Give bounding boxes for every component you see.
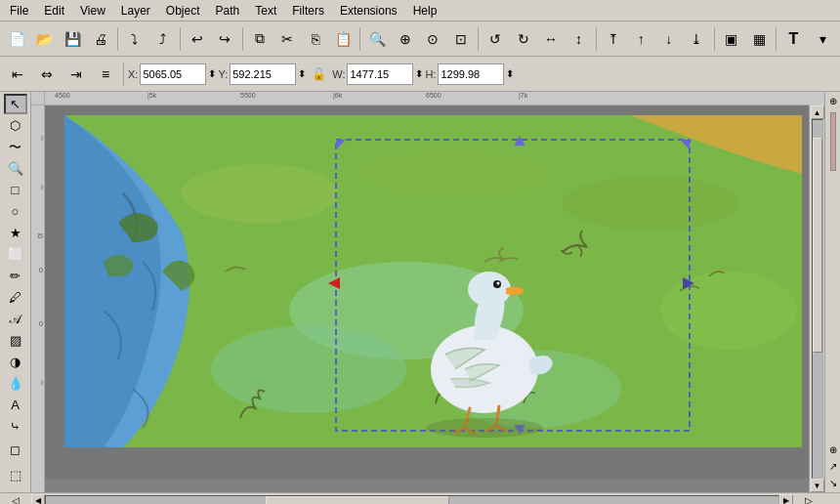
undo-button[interactable]: ↩ [185,25,210,53]
rotate-ccw-button[interactable]: ↺ [483,25,508,53]
pencil-tool[interactable]: ✏ [4,266,27,286]
menu-filters[interactable]: Filters [284,2,332,20]
circle-tool[interactable]: ○ [4,201,27,222]
ruler-mark-6k: |6k [333,92,342,99]
cut-button[interactable]: ✂ [274,25,300,53]
vertical-scrollbar: ▲ ▼ [809,105,824,492]
menu-layer[interactable]: Layer [113,2,158,20]
menu-text[interactable]: Text [247,2,284,20]
menu-path[interactable]: Path [208,2,248,20]
open-button[interactable]: 📂 [31,25,57,53]
h-label: H: [425,68,436,80]
y-label: Y: [218,68,228,80]
hscroll-expand-left[interactable]: ◁ [0,495,31,504]
new-button[interactable]: 📄 [4,25,29,53]
star-tool[interactable]: ★ [4,223,27,243]
lower-button[interactable]: ↓ [656,25,682,53]
pen-tool[interactable]: 🖊 [4,287,27,308]
align-center-button[interactable]: ⇔ [33,61,61,88]
h-coord-group: ⬍ [438,63,514,85]
hscroll-track[interactable] [45,495,779,505]
zoom-tool[interactable]: 🔍 [4,158,27,179]
gradient-tool[interactable]: ◑ [4,352,27,372]
lock-proportions-icon[interactable]: 🔓 [308,67,330,81]
vscroll-up-button[interactable]: ▲ [811,105,824,119]
copy-button[interactable]: ⎘ [302,25,327,53]
panel-bottom-btn2[interactable]: ↗ [827,459,839,474]
zoom-sel-button[interactable]: ⊙ [420,25,445,53]
raise-button[interactable]: ↑ [628,25,653,53]
h-spinner[interactable]: ⬍ [506,68,514,79]
print-button[interactable]: 🖨 [87,25,112,53]
tweak-tool[interactable]: 〜 [4,137,27,157]
sep6 [596,27,597,51]
y-spinner[interactable]: ⬍ [298,68,306,79]
panel-bottom-btn3[interactable]: ↘ [827,476,839,490]
hscroll-thumb[interactable] [266,496,449,505]
h-input[interactable] [438,63,504,85]
menu-edit[interactable]: Edit [36,2,72,20]
y-input[interactable] [230,63,296,85]
flip-h-button[interactable]: ↔ [538,25,564,53]
right-panel: ⊕ ⊕ ↗ ↘ [824,92,840,492]
snap-button[interactable]: ⊕ [827,94,839,108]
paste-button[interactable]: 📋 [330,25,356,53]
scene-svg [64,115,802,447]
calligraphy-tool[interactable]: 𝒜 [4,309,27,329]
align-right-button[interactable]: ⇥ [63,61,90,88]
panel-bottom-btn[interactable]: ⊕ [827,442,839,457]
drawing-canvas[interactable] [64,115,802,447]
menu-object[interactable]: Object [158,2,208,20]
align-left-button[interactable]: ⇤ [4,61,31,88]
connector-tool[interactable]: ⤷ [4,416,27,437]
bucket-tool[interactable]: ▨ [4,330,27,351]
vscroll-down-button[interactable]: ▼ [811,479,824,492]
to-top-button[interactable]: ⤒ [601,25,626,53]
eraser-tool[interactable]: ⬚ [4,463,27,486]
ruler-mark-7k: |7k [519,92,527,99]
vruler-6: I [41,379,43,386]
copy-view-button[interactable]: ⧉ [246,25,272,53]
to-bottom-button[interactable]: ⤓ [684,25,709,53]
vscroll-track[interactable] [812,119,823,479]
w-input[interactable] [347,63,413,85]
redo-button[interactable]: ↪ [212,25,237,53]
save-button[interactable]: 💾 [60,25,85,53]
align-justify-button[interactable]: ≡ [92,61,119,88]
more-button[interactable]: ▾ [811,25,836,53]
import-button[interactable]: ⤵ [122,25,147,53]
selector-tool[interactable]: ↖ [4,94,27,114]
hscroll-right-button[interactable]: ▶ [779,494,793,505]
hscroll-left-button[interactable]: ◀ [31,494,45,505]
hscroll-expand-right[interactable]: ▷ [793,495,824,504]
fill-tool[interactable]: ◻ [4,438,27,461]
menu-extensions[interactable]: Extensions [332,2,405,20]
3dbox-tool[interactable]: ⬜ [4,244,27,265]
vscroll-thumb[interactable] [813,138,822,353]
rotate-cw-button[interactable]: ↻ [510,25,535,53]
ungroup-button[interactable]: ▦ [746,25,772,53]
text-tool[interactable]: A [4,395,27,415]
x-spinner[interactable]: ⬍ [208,68,216,79]
dropper-tool[interactable]: 💧 [4,373,27,394]
group-button[interactable]: ▣ [718,25,743,53]
panel-scroll[interactable] [830,112,836,171]
node-tool[interactable]: ⬡ [4,115,27,136]
export-button[interactable]: ⤴ [149,25,175,53]
text-tool-button[interactable]: T [780,25,806,53]
w-spinner[interactable]: ⬍ [415,68,423,79]
flip-v-button[interactable]: ↕ [566,25,591,53]
ruler-left: I I I5 0 0 I [31,105,45,492]
zoom-page-button[interactable]: ⊡ [448,25,474,53]
canvas-wrap[interactable] [45,105,809,479]
menu-file[interactable]: File [2,2,36,20]
zoom-draw-button[interactable]: ⊕ [393,25,418,53]
toolbar-2: ⇤ ⇔ ⇥ ≡ X: ⬍ Y: ⬍ 🔓 W: ⬍ H: ⬍ [0,57,840,92]
rect-tool[interactable]: □ [4,180,27,200]
sep7 [714,27,715,51]
w-label: W: [332,68,345,80]
x-input[interactable] [140,63,206,85]
zoom-fit-button[interactable]: 🔍 [364,25,390,53]
menu-view[interactable]: View [72,2,113,20]
menu-help[interactable]: Help [405,2,445,20]
